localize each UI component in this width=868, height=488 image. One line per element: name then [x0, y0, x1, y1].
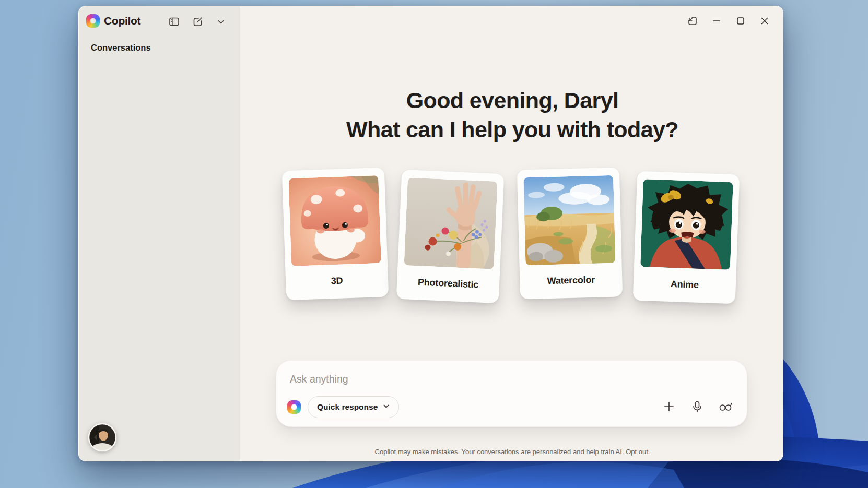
conversations-heading: Conversations: [91, 43, 151, 53]
user-avatar[interactable]: [88, 423, 117, 452]
maximize-icon: [735, 15, 746, 28]
sidebar-menu-button[interactable]: [214, 15, 228, 30]
response-mode-label: Quick response: [317, 402, 378, 412]
style-card-label: Anime: [639, 267, 730, 302]
style-card-watercolor[interactable]: Watercolor: [517, 167, 623, 299]
disclaimer-text: Copilot may make mistakes. Your conversa…: [375, 448, 624, 456]
compact-mode-icon: [687, 15, 698, 28]
new-chat-button[interactable]: [190, 15, 205, 30]
compact-mode-button[interactable]: [681, 14, 705, 29]
ask-anything-input[interactable]: [290, 370, 655, 388]
app-title: Copilot: [104, 15, 140, 27]
style-card-label: 3D: [291, 263, 382, 299]
chevron-down-icon: [383, 402, 390, 412]
main-area: Good evening, Daryl What can I help you …: [241, 6, 783, 461]
style-card-3d-image: [288, 175, 381, 266]
voice-button[interactable]: [687, 397, 708, 418]
greeting-line2: What can I help you with today?: [241, 115, 783, 144]
minimize-icon: [711, 15, 722, 28]
opt-out-link[interactable]: Opt out: [626, 448, 648, 456]
style-card-photorealistic-image: [404, 177, 498, 269]
response-mode-button[interactable]: Quick response: [308, 396, 399, 418]
sidebar: Copilot: [79, 6, 240, 461]
style-card-3d[interactable]: 3D: [282, 168, 389, 301]
new-chat-icon: [192, 16, 203, 29]
minimize-button[interactable]: [705, 14, 729, 29]
style-card-label: Photorealistic: [403, 265, 494, 301]
app-logo: Copilot: [86, 14, 140, 28]
style-card-anime[interactable]: Anime: [633, 171, 740, 304]
microphone-icon: [691, 400, 703, 414]
footer-disclaimer: Copilot may make mistakes. Your conversa…: [241, 448, 783, 456]
sidebar-toggle-icon: [169, 16, 180, 29]
style-card-anime-image: [640, 179, 733, 270]
style-card-photorealistic[interactable]: Photorealistic: [396, 170, 505, 303]
composer: Quick response: [276, 360, 747, 427]
chevron-down-icon: [217, 18, 225, 28]
plus-icon: [663, 400, 675, 414]
greeting-line1: Good evening, Daryl: [241, 86, 783, 115]
maximize-button[interactable]: [729, 14, 753, 29]
desktop: Copilot: [0, 0, 868, 488]
disclaimer-period: .: [648, 448, 650, 456]
copilot-logo-icon: [86, 14, 100, 28]
attach-button[interactable]: [659, 397, 679, 418]
copilot-vision-button[interactable]: [715, 397, 736, 418]
greeting: Good evening, Daryl What can I help you …: [241, 86, 783, 144]
window-controls: [681, 14, 777, 29]
style-card-watercolor-image: [523, 175, 615, 265]
copilot-logo-icon: [287, 400, 301, 414]
copilot-app-window: Copilot: [78, 6, 783, 461]
sidebar-toggle-button[interactable]: [167, 15, 181, 30]
copilot-vision-icon: [719, 400, 732, 414]
close-button[interactable]: [753, 14, 777, 29]
style-card-label: Watercolor: [526, 263, 617, 297]
close-icon: [759, 15, 770, 28]
